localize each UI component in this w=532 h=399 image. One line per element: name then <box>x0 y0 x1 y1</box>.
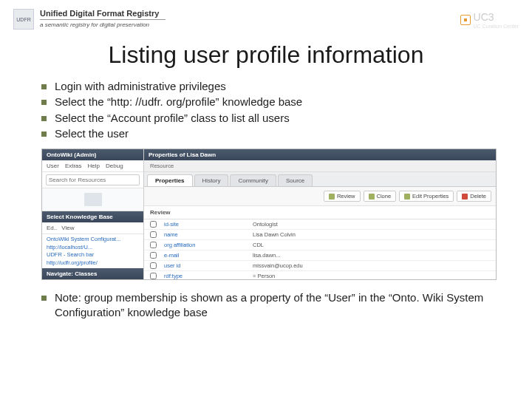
table-row: org affiliationCDL <box>144 240 496 250</box>
search-row <box>42 172 143 188</box>
uc3-label: UC3 <box>474 11 494 23</box>
slide-title: Listing user profile information <box>0 41 532 69</box>
tab-properties[interactable]: Properties <box>147 174 193 186</box>
uc3-sublabel: UC Curation Center <box>474 24 519 29</box>
grid-header: Review <box>144 206 496 219</box>
kb-head: Ed.. View <box>42 222 143 234</box>
nav-panel-title: Navigate: Classes <box>42 268 143 279</box>
row-checkbox[interactable] <box>150 221 157 228</box>
row-checkbox[interactable] <box>150 252 157 259</box>
main-menu: User Extras Help Debug <box>42 160 143 172</box>
registry-title: Unified Digital Format Registry <box>40 9 166 18</box>
note-item: Note: group membership is shown as a pro… <box>41 290 497 319</box>
row-checkbox[interactable] <box>150 273 157 279</box>
uc3-logo: UC3 UC Curation Center <box>460 9 519 29</box>
delete-icon <box>462 194 468 200</box>
kb-panel-title: Select Knowledge Base <box>42 211 143 222</box>
udfr-mini-icon <box>84 193 102 206</box>
review-icon <box>329 194 335 200</box>
title-block: Unified Digital Format Registry a semant… <box>40 9 166 30</box>
right-pane: Properties of Lisa Dawn Resource Propert… <box>144 149 496 279</box>
review-button[interactable]: Review <box>324 191 361 202</box>
kb-edit[interactable]: Ed.. <box>47 225 57 231</box>
udfr-logo-icon: UDFR <box>13 9 34 30</box>
nav-head: View Type › <box>42 279 143 280</box>
divider <box>40 19 166 20</box>
kb-item[interactable]: OntoWiki System Configurat... <box>47 236 139 244</box>
left-pane: OntoWiki (Admin) User Extras Help Debug … <box>42 149 144 279</box>
uc3-icon <box>460 15 471 25</box>
table-row: nameLisa Dawn Colvin <box>144 230 496 240</box>
bullet-item: Select the “http: //udfr. org/profile” k… <box>41 95 497 109</box>
row-checkbox[interactable] <box>150 242 157 248</box>
edit-properties-button[interactable]: Edit Properties <box>399 191 454 202</box>
clone-button[interactable]: Clone <box>364 191 397 202</box>
registry-subtitle: a semantic registry for digital preserva… <box>40 21 166 28</box>
menu-user[interactable]: User <box>47 163 59 169</box>
clone-icon <box>369 194 375 200</box>
search-input[interactable] <box>46 174 140 185</box>
bullet-item: Login with administrative privileges <box>41 79 497 94</box>
kb-item[interactable]: http://localhost/U... <box>47 244 139 252</box>
menu-extras[interactable]: Extras <box>65 163 82 169</box>
breadcrumb: Resource <box>144 160 496 172</box>
kb-list: OntoWiki System Configurat... http://loc… <box>42 234 143 268</box>
properties-grid: id-siteOntologist nameLisa Dawn Colvin o… <box>144 219 496 280</box>
bullet-list: Login with administrative privileges Sel… <box>0 79 532 141</box>
menu-debug[interactable]: Debug <box>106 163 123 169</box>
header-left: UDFR Unified Digital Format Registry a s… <box>13 9 166 30</box>
logo-row <box>42 188 143 211</box>
delete-button[interactable]: Delete <box>457 191 491 202</box>
menu-help[interactable]: Help <box>88 163 100 169</box>
slide-header: UDFR Unified Digital Format Registry a s… <box>0 0 532 34</box>
app-screenshot: OntoWiki (Admin) User Extras Help Debug … <box>41 149 497 280</box>
row-checkbox[interactable] <box>150 231 157 238</box>
bullet-item: Select the user <box>41 126 497 141</box>
kb-view[interactable]: View <box>61 225 74 231</box>
row-checkbox[interactable] <box>150 262 157 269</box>
tabs: Properties History Community Source <box>144 172 496 187</box>
table-row: user idmissvain@ucop.edu <box>144 261 496 271</box>
table-row: id-siteOntologist <box>144 219 496 230</box>
tab-source[interactable]: Source <box>278 174 313 186</box>
bullet-item: Select the “Account profile” class to li… <box>41 111 497 126</box>
app-title-bar: OntoWiki (Admin) <box>42 149 143 160</box>
kb-item[interactable]: UDFR - Search bar <box>47 251 139 259</box>
properties-title: Properties of Lisa Dawn <box>144 149 496 160</box>
toolbar: Review Clone Edit Properties Delete <box>144 187 496 206</box>
note-block: Note: group membership is shown as a pro… <box>0 290 532 319</box>
table-row: e-maillisa.dawn... <box>144 250 496 261</box>
edit-icon <box>404 194 410 200</box>
tab-community[interactable]: Community <box>230 174 276 186</box>
kb-item[interactable]: http://udfr.org/profile/ <box>47 259 139 267</box>
tab-history[interactable]: History <box>194 174 229 186</box>
table-row: rdf:type= Person <box>144 271 496 280</box>
